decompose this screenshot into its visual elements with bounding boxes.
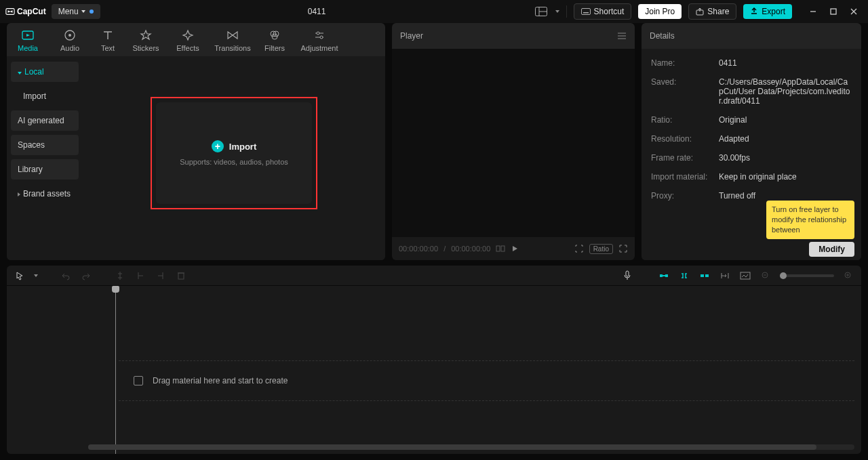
export-button[interactable]: Export (743, 4, 792, 19)
time-total: 00:00:00:00 (451, 245, 490, 253)
preview-icon[interactable] (719, 270, 731, 282)
timeline-area: Drag material here and start to create (0, 260, 868, 454)
sidebar-item-local[interactable]: Local (11, 62, 79, 82)
tab-media[interactable]: Media (7, 23, 49, 56)
tab-audio[interactable]: Audio (49, 23, 91, 56)
window-controls (804, 4, 863, 19)
trim-left-icon[interactable] (134, 270, 146, 282)
player-panel: Player 00:00:00:00 / 00:00:00:00 Ratio (392, 23, 635, 260)
menu-button[interactable]: Menu (52, 4, 100, 19)
time-current: 00:00:00:00 (399, 245, 438, 253)
svg-rect-4 (581, 9, 590, 15)
detail-framerate: 30.00fps (719, 153, 852, 163)
media-sidebar: Local Import AI generated Spaces Library… (7, 56, 83, 260)
menu-lines-icon[interactable] (617, 32, 627, 40)
shortcut-button[interactable]: Shortcut (574, 3, 632, 20)
media-panel: Media Audio Text Stickers Effects Transi… (7, 23, 385, 260)
plus-circle-icon: + (212, 140, 224, 152)
fullscreen-icon[interactable] (618, 244, 628, 253)
effects-icon (181, 28, 195, 42)
timeline-toolbar (7, 266, 861, 286)
svg-rect-0 (6, 9, 14, 15)
stickers-icon (139, 28, 153, 42)
player-title: Player (400, 31, 423, 41)
svg-rect-26 (741, 272, 750, 279)
player-viewport[interactable] (392, 49, 635, 237)
project-title: 0411 (106, 7, 528, 16)
svg-rect-18 (501, 246, 505, 251)
link-icon[interactable] (678, 270, 690, 282)
cover-icon[interactable] (739, 270, 751, 282)
detail-proxy: Turned off (719, 191, 852, 201)
export-icon (750, 7, 758, 16)
layout-icon[interactable] (534, 4, 549, 19)
magnet-icon[interactable] (658, 270, 670, 282)
split-icon[interactable] (114, 270, 126, 282)
undo-icon[interactable] (60, 270, 72, 282)
redo-icon[interactable] (80, 270, 92, 282)
capcut-logo-icon (5, 7, 15, 16)
timeline-scrollbar[interactable] (88, 444, 854, 450)
snap-icon[interactable] (698, 270, 711, 282)
track-type-icon (134, 376, 143, 385)
scan-icon[interactable] (574, 244, 584, 253)
sidebar-item-library[interactable]: Library (11, 159, 79, 180)
mic-icon[interactable] (621, 270, 633, 282)
compare-icon[interactable] (496, 244, 505, 253)
svg-rect-21 (660, 274, 663, 277)
zoom-slider[interactable] (780, 274, 834, 277)
svg-point-15 (317, 32, 319, 35)
layout-chevron-icon[interactable] (555, 10, 559, 13)
tab-filters[interactable]: Filters (256, 23, 293, 56)
svg-rect-22 (665, 274, 668, 277)
cursor-tool-icon[interactable] (14, 270, 26, 282)
zoom-in-icon[interactable] (842, 270, 854, 282)
app-logo: CapCut (5, 7, 46, 16)
close-button[interactable] (845, 4, 863, 19)
detail-name: 0411 (719, 58, 852, 68)
sidebar-item-import[interactable]: Import (11, 86, 79, 106)
details-title: Details (650, 31, 675, 41)
share-button[interactable]: Share (688, 3, 736, 20)
titlebar: CapCut Menu 0411 Shortcut Join Pro Share… (0, 0, 868, 23)
import-dropzone[interactable]: + Import Supports: videos, audios, photo… (156, 102, 312, 204)
tab-effects[interactable]: Effects (167, 23, 209, 56)
detail-ratio: Original (719, 115, 852, 125)
timeline-body[interactable]: Drag material here and start to create (7, 286, 861, 454)
tab-text[interactable]: Text (91, 23, 125, 56)
detail-import: Keep in original place (719, 172, 852, 182)
trim-right-icon[interactable] (155, 270, 167, 282)
delete-icon[interactable] (175, 270, 187, 282)
ratio-button[interactable]: Ratio (589, 244, 613, 254)
detail-resolution: Adapted (719, 134, 852, 144)
tab-adjustment[interactable]: Adjustment (293, 23, 346, 56)
sidebar-item-ai[interactable]: AI generated (11, 110, 79, 131)
tab-stickers[interactable]: Stickers (125, 23, 167, 56)
tool-chevron-icon[interactable] (34, 274, 38, 277)
join-pro-button[interactable]: Join Pro (638, 4, 682, 19)
import-area: + Import Supports: videos, audios, photo… (83, 56, 385, 260)
top-tabs: Media Audio Text Stickers Effects Transi… (7, 23, 385, 56)
playhead[interactable] (115, 286, 116, 454)
notification-dot-icon (90, 9, 94, 14)
maximize-button[interactable] (825, 4, 842, 19)
minimize-button[interactable] (804, 4, 822, 19)
sidebar-item-brand[interactable]: Brand assets (11, 184, 79, 204)
svg-rect-17 (496, 246, 500, 251)
share-icon (696, 7, 704, 16)
svg-rect-23 (663, 275, 665, 276)
sidebar-item-spaces[interactable]: Spaces (11, 135, 79, 155)
main-area: Media Audio Text Stickers Effects Transi… (0, 23, 868, 260)
transitions-icon (226, 28, 239, 42)
svg-rect-5 (583, 12, 589, 14)
titlebar-actions: Shortcut Join Pro Share Export (534, 3, 863, 20)
zoom-out-icon[interactable] (760, 270, 772, 282)
text-icon (101, 28, 115, 42)
free-layer-tooltip: Turn on free layer to modify the relatio… (766, 201, 854, 239)
play-icon[interactable] (511, 245, 519, 253)
modify-button[interactable]: Modify (809, 242, 854, 257)
audio-icon (63, 28, 77, 42)
timeline-track[interactable]: Drag material here and start to create (119, 360, 854, 401)
tab-transitions[interactable]: Transitions (209, 23, 256, 56)
app-name: CapCut (17, 7, 46, 16)
